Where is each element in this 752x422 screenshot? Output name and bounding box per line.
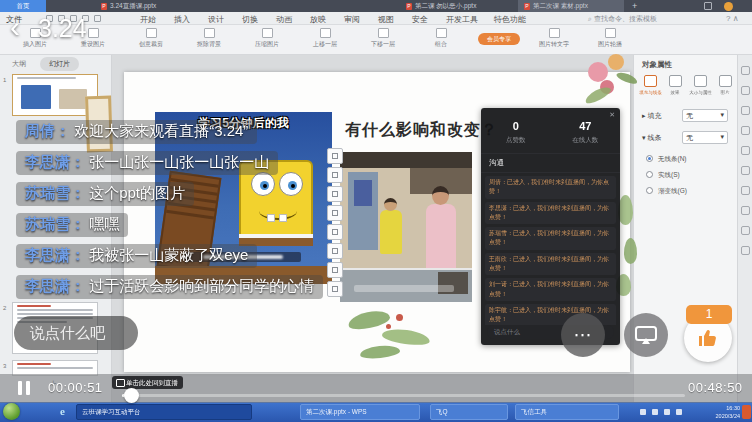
doc-tab-2[interactable]: P第二课 勿以恶小.pptx [400,0,508,12]
window-controls[interactable]: ? ∧ [726,14,739,23]
slide-decoration-leaf [624,238,637,264]
sidebar-icon[interactable] [741,66,750,75]
more-options-button[interactable]: ⋯ [561,313,605,357]
thumb-image [21,85,51,109]
new-doc-tab-button[interactable]: + [632,0,637,12]
tab-outline[interactable]: 大纲 [12,59,26,69]
ribbon-pic-to-text[interactable]: 图片转文字 [528,28,580,49]
member-pill-button[interactable]: 会员专享 [478,33,520,45]
menu-transition[interactable]: 切换 [242,14,258,25]
ribbon-label: 图片轮播 [584,40,636,49]
tool-crop-icon[interactable] [327,186,343,202]
tab-communication[interactable]: 沟通 [481,154,620,173]
pause-button[interactable] [18,381,32,395]
doc-tab-home[interactable]: 首页 [0,0,46,12]
chat-message-text: 这个ppt的图片 [89,184,185,201]
tab-slides[interactable]: 幻灯片 [40,57,79,71]
ribbon-remove-background[interactable]: 抠除背景 [182,28,236,49]
sidebar-icon[interactable] [741,146,750,155]
tool-more-icon[interactable] [327,281,343,297]
ribbon-group[interactable]: 组合 [414,28,468,49]
tray-icon[interactable] [652,409,658,415]
sidebar-icon[interactable] [741,206,750,215]
panel-message-list[interactable]: 周倩：已进入，我们准时来到直播间，为你点赞！ 李思潇：已进入，我们准时来到直播间… [481,173,620,325]
windows-taskbar: e 云班课学习互动平台 第二次课.pptx - WPS 飞Q 飞信工具 16:3… [0,402,752,422]
ribbon-creative-crop[interactable]: 创意裁剪 [124,28,178,49]
sidebar-icon[interactable] [741,126,750,135]
menu-security[interactable]: 安全 [412,14,428,25]
pic-to-text-icon [549,28,560,38]
props-tab-fill-line[interactable]: 填充与线条 [638,75,662,95]
menu-design[interactable]: 设计 [208,14,224,25]
comment-input[interactable]: 说点什么吧 [14,316,138,350]
taskbar-button-feiq[interactable]: 飞Q [430,404,508,420]
props-tab-effects[interactable]: 效果 [663,75,687,95]
menu-animation[interactable]: 动画 [276,14,292,25]
skin-theme-icon[interactable] [724,2,733,11]
back-button[interactable]: ‹ [10,12,20,42]
tool-text-icon[interactable] [327,167,343,183]
taskbar-button-tools[interactable]: 飞信工具 [515,404,619,420]
radio-solid-line[interactable] [646,171,653,178]
back-to-live-tooltip[interactable]: 单击此处回到直播 [112,376,183,389]
tool-layout-icon[interactable] [327,243,343,259]
command-search-input[interactable]: ⌕ 查找命令、搜索模板 [588,14,657,24]
fill-dropdown[interactable]: 无▾ [682,109,728,122]
tool-zoom-icon[interactable] [327,205,343,221]
ribbon-send-backward[interactable]: 下移一层 [356,28,410,49]
panel-message: 苏瑞雪：已进入，我们准时来到直播间，为你点赞！ [485,227,616,250]
start-button[interactable] [3,403,20,420]
doc-tab-3-active[interactable]: P第二次课 素材.pptx [518,0,624,12]
sidebar-icon[interactable] [741,226,750,235]
menu-insert[interactable]: 插入 [174,14,190,25]
close-icon[interactable]: ✕ [609,111,615,119]
internet-explorer-icon[interactable]: e [60,405,65,417]
sidebar-icon[interactable] [741,246,750,255]
radio-gradient-line[interactable] [646,187,653,194]
fill-section-label[interactable]: ▸ 填充 [642,111,661,121]
tray-icon[interactable] [640,409,646,415]
chat-message-text: 我被张一山蒙蔽了双eye [89,246,248,263]
seek-handle[interactable] [124,388,139,403]
ribbon-label: 图片转文字 [528,40,580,49]
ribbon-bring-forward[interactable]: 上移一层 [298,28,352,49]
doc-tab-1[interactable]: P3.24直播课.pptx [95,0,233,12]
props-tab-picture[interactable]: 图片 [713,75,737,95]
taskbar-button-wps[interactable]: 第二次课.pptx - WPS [300,404,420,420]
show-desktop-corner-icon[interactable] [742,405,751,419]
menu-features[interactable]: 特色功能 [494,14,526,25]
tray-icon[interactable] [664,409,670,415]
menu-view[interactable]: 视图 [378,14,394,25]
menu-start[interactable]: 开始 [140,14,156,25]
taskbar-button-lms[interactable]: 云班课学习互动平台 [76,404,252,420]
sidebar-icon[interactable] [741,166,750,175]
shared-desktop-video[interactable]: 首页 P3.24直播课.pptx P第二课 勿以恶小.pptx P第二次课 素材… [0,0,752,422]
menu-slideshow[interactable]: 放映 [310,14,326,25]
clock-time: 16:30 [694,404,740,412]
chat-message: 李思潇： 张一山张一山张一山张一山 [16,151,278,175]
tool-select-icon[interactable] [327,148,343,164]
ribbon-pic-carousel[interactable]: 图片轮播 [584,28,636,49]
props-tab-size[interactable]: 大小与属性 [688,75,712,95]
window-layout-icon[interactable] [704,2,712,10]
sidebar-icon[interactable] [741,106,750,115]
panel-message: 刘一诺：已进入，我们准时来到直播间，为你点赞！ [485,278,616,301]
menu-devtools[interactable]: 开发工具 [446,14,478,25]
menu-review[interactable]: 审阅 [344,14,360,25]
redo-icon[interactable] [94,15,101,22]
tool-align-icon[interactable] [327,224,343,240]
sidebar-icon[interactable] [741,186,750,195]
screen-cast-button[interactable] [624,313,668,357]
ribbon-compress-picture[interactable]: 压缩图片 [240,28,294,49]
panel-message: 周倩：已进入，我们准时来到直播间，为你点赞！ [485,176,616,199]
tray-icon[interactable] [676,409,682,415]
seek-bar[interactable] [122,394,685,397]
sidebar-icon[interactable] [741,86,750,95]
line-dropdown[interactable]: 无▾ [682,131,728,144]
radio-no-line[interactable] [646,155,653,162]
tool-effects-icon[interactable] [327,262,343,278]
slide-image-kitchen-scene[interactable] [340,152,472,302]
line-section-label[interactable]: ▾ 线条 [642,133,661,143]
line-label: 线条 [647,134,661,141]
chevron-down-icon: ▾ [720,111,724,120]
